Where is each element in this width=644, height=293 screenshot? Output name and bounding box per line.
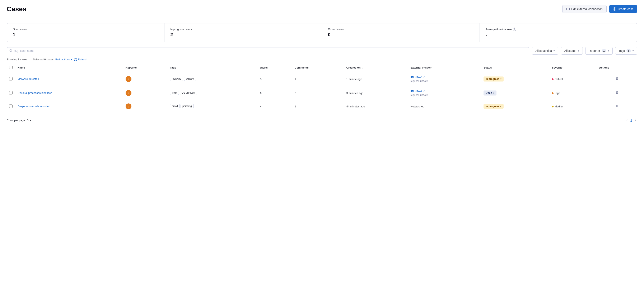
case-name-cell: Malware detected [15, 72, 123, 86]
delete-case-button[interactable] [614, 104, 620, 109]
prev-page-button[interactable]: ‹ [625, 118, 629, 122]
case-name-link[interactable]: Unusual processes identified [18, 91, 120, 95]
trash-icon [615, 77, 619, 80]
case-name-link[interactable]: Malware detected [18, 77, 120, 81]
external-incident-wrapper: NNTA-8↗requires update [410, 76, 478, 82]
status-filter-button[interactable]: All status ▾ [561, 47, 583, 54]
header-divider [7, 18, 637, 18]
rows-per-page-chevron-icon: ▾ [30, 119, 31, 122]
page-header: Cases Edit external connection Create ca… [7, 5, 637, 13]
created-cell: 1 minute ago [344, 72, 408, 86]
tags-cell: linuxOS process: [167, 86, 258, 100]
in-progress-value: 2 [170, 32, 316, 38]
refresh-icon [74, 58, 77, 61]
status-filter-label: All status [564, 49, 576, 52]
edit-external-connection-button[interactable]: Edit external connection [562, 5, 606, 13]
rows-per-page-selector[interactable]: Rows per page: 5 ▾ [7, 119, 31, 122]
create-case-label: Create case [618, 7, 634, 11]
toolbar-separator: | [30, 58, 30, 61]
table-row: Unusual processes identifiedelinuxOS pro… [7, 86, 637, 100]
avatar: e [126, 104, 132, 109]
toolbar-row: Showing 3 cases | Selected 0 cases Bulk … [7, 58, 637, 61]
status-badge[interactable]: In progress ▾ [484, 104, 504, 109]
avg-time-label: Average time to close ? [486, 28, 631, 31]
tag: window [184, 77, 196, 81]
severity-dot [552, 78, 554, 80]
col-header-status: Status [481, 64, 549, 72]
page-container: Cases Edit external connection Create ca… [0, 0, 644, 293]
bulk-actions-button[interactable]: Bulk actions ▾ [55, 58, 72, 61]
col-header-created[interactable]: Created on ↓ [344, 64, 408, 72]
severity-label: High [554, 92, 560, 95]
stats-panel: Open cases 1 In progress cases 2 Closed … [7, 23, 637, 42]
tags-filter-button[interactable]: Tags 6 ▾ [615, 47, 637, 54]
external-incident-link[interactable]: NNTA-7↗ [410, 90, 425, 93]
external-link-icon: ↗ [423, 90, 425, 92]
status-badge[interactable]: In progress ▾ [484, 76, 504, 82]
table-header: Name Reporter Tags Alerts Comments Creat… [7, 64, 637, 72]
tags-cell: malwarewindow [167, 72, 258, 86]
open-cases-value: 1 [13, 32, 158, 38]
rows-per-page-value: 5 [27, 119, 28, 122]
tag: OS process: [180, 91, 197, 95]
actions-cell [596, 72, 637, 86]
closed-value: 0 [328, 32, 474, 38]
tag: linux [170, 91, 179, 95]
header-actions: Edit external connection Create case [562, 5, 637, 13]
col-header-name: Name [15, 64, 123, 72]
filters-row: All severities ▾ All status ▾ Reporter 1… [7, 47, 637, 54]
stat-open-cases: Open cases 1 [7, 24, 164, 42]
pagination: ‹ 1 › [625, 118, 637, 122]
severity-filter-button[interactable]: All severities ▾ [532, 47, 558, 54]
external-incident-id: NTA-8 [414, 76, 422, 79]
row-checkbox[interactable] [9, 104, 12, 108]
comments-cell: 1 [292, 72, 344, 86]
nta-icon: N [410, 76, 414, 79]
comments-cell: 0 [292, 86, 344, 100]
col-header-tags: Tags [167, 64, 258, 72]
row-checkbox-cell [7, 72, 15, 86]
alerts-cell: 6 [258, 86, 292, 100]
status-chevron-icon: ▾ [578, 50, 579, 52]
status-chevron-icon: ▾ [500, 105, 502, 108]
col-header-severity: Severity [549, 64, 596, 72]
row-checkbox[interactable] [9, 91, 12, 94]
reporter-filter-label: Reporter [589, 49, 600, 52]
tags-chevron-icon: ▾ [632, 50, 634, 52]
alerts-cell: 5 [258, 72, 292, 86]
case-name-link[interactable]: Suspicious emails reported [18, 104, 120, 108]
delete-case-button[interactable] [614, 90, 620, 96]
actions-cell [596, 100, 637, 113]
connection-icon [566, 7, 570, 11]
severity-cell: High [549, 86, 596, 100]
not-pushed-label: Not pushed [408, 100, 481, 113]
next-page-button[interactable]: › [634, 118, 637, 122]
table-row: Suspicious emails reportedeemailphishing… [7, 100, 637, 113]
row-checkbox-cell [7, 86, 15, 100]
status-chevron-icon: ▾ [500, 78, 502, 80]
reporter-filter-button[interactable]: Reporter 1 ▾ [585, 47, 613, 54]
case-name-cell: Unusual processes identified [15, 86, 123, 100]
external-incident-cell: NNTA-7↗requires update [408, 86, 481, 100]
status-badge[interactable]: Open ▾ [484, 90, 496, 96]
current-page-number[interactable]: 1 [630, 119, 632, 122]
search-wrapper[interactable] [7, 47, 529, 54]
col-header-comments: Comments [292, 64, 344, 72]
cases-table: Name Reporter Tags Alerts Comments Creat… [7, 64, 637, 113]
create-case-button[interactable]: Create case [609, 5, 637, 13]
created-cell: 3 minutes ago [344, 86, 408, 100]
stat-in-progress: In progress cases 2 [164, 24, 322, 42]
refresh-button[interactable]: Refresh [74, 58, 88, 61]
actions-cell [596, 86, 637, 100]
closed-label: Closed cases [328, 28, 474, 31]
row-checkbox[interactable] [9, 77, 12, 80]
select-all-checkbox[interactable] [9, 66, 12, 69]
requires-update-label: requires update [410, 94, 428, 96]
table-row: Malware detectedemalwarewindow511 minute… [7, 72, 637, 86]
search-input[interactable] [14, 49, 526, 52]
delete-case-button[interactable] [614, 76, 620, 82]
severity-cell: Medium [549, 100, 596, 113]
external-incident-link[interactable]: NNTA-8↗ [410, 76, 425, 79]
svg-text:N: N [412, 90, 413, 92]
external-incident-cell: NNTA-8↗requires update [408, 72, 481, 86]
